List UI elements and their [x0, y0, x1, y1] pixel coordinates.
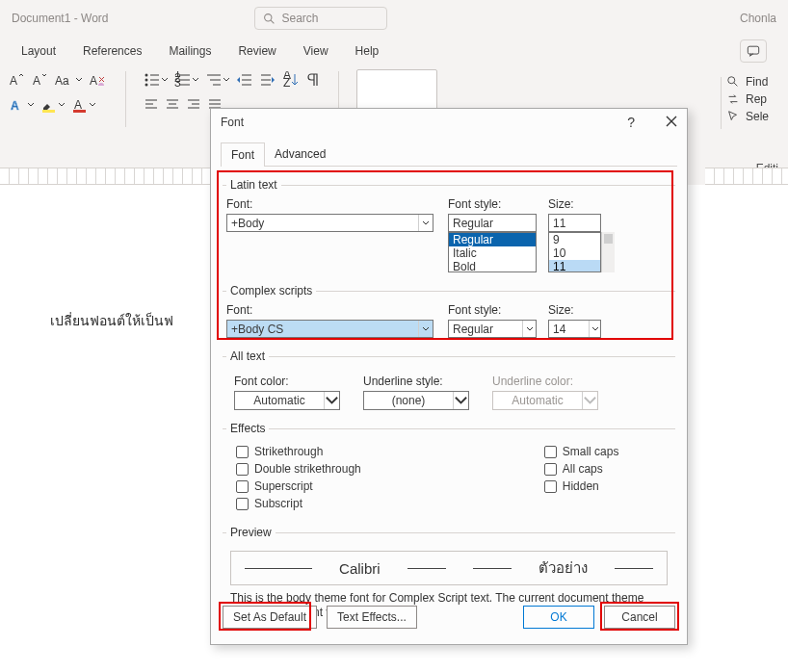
svg-line-47 [734, 83, 738, 87]
list-item[interactable]: 10 [549, 246, 600, 260]
comments-button[interactable] [740, 39, 767, 63]
fontcolor-combo[interactable]: Automatic [234, 391, 340, 410]
complex-font-input[interactable] [227, 321, 418, 337]
latin-style-listbox[interactable]: Regular Italic Bold [448, 232, 537, 272]
chevron-down-icon[interactable] [453, 392, 468, 409]
svg-text:Z: Z [283, 76, 290, 89]
list-item[interactable]: 11 [549, 260, 600, 272]
window-title: Document1 - Word [12, 12, 108, 25]
horizontal-ruler[interactable] [0, 168, 212, 185]
underline-style-combo[interactable]: (none) [363, 391, 469, 410]
horizontal-ruler-right[interactable] [705, 168, 788, 185]
set-as-default-button[interactable]: Set As Default [223, 606, 317, 629]
scrollbar[interactable] [601, 232, 615, 272]
change-case-icon[interactable]: Aa [54, 71, 83, 89]
list-item[interactable]: Regular [449, 233, 536, 246]
checkbox-double-strikethrough[interactable]: Double strikethrough [236, 462, 361, 476]
preview-line [407, 568, 446, 569]
latin-font-input[interactable] [227, 215, 418, 231]
grow-font-icon[interactable]: A [8, 71, 25, 89]
chevron-down-icon[interactable] [324, 392, 339, 409]
select-button[interactable]: Sele [726, 110, 784, 123]
latin-size-input[interactable] [549, 215, 600, 231]
complex-font-combo[interactable] [226, 320, 433, 338]
sort-icon[interactable]: AZ [282, 71, 300, 89]
highlight-icon[interactable] [40, 96, 66, 114]
replace-button[interactable]: Rep [726, 92, 784, 106]
chevron-down-icon[interactable] [418, 215, 433, 231]
tab-view[interactable]: View [303, 44, 328, 58]
find-button[interactable]: Find [726, 75, 784, 89]
numbering-icon[interactable]: 123 [174, 71, 199, 89]
svg-rect-10 [73, 110, 86, 113]
checkbox-strikethrough[interactable]: Strikethrough [236, 445, 361, 458]
align-left-icon[interactable] [144, 97, 159, 113]
svg-point-46 [728, 77, 735, 84]
font-group: A A Aa A A A [8, 69, 108, 116]
shrink-font-icon[interactable]: A [31, 71, 48, 89]
latin-legend: Latin text [226, 178, 281, 192]
bullets-icon[interactable] [144, 71, 169, 89]
latin-style-label: Font style: [448, 197, 538, 211]
increase-indent-icon[interactable] [259, 71, 276, 89]
clear-formatting-icon[interactable]: A [89, 71, 108, 89]
latin-size-input-wrap[interactable] [548, 214, 601, 232]
list-item[interactable]: Italic [449, 246, 536, 260]
text-effects-button[interactable]: Text Effects... [327, 606, 417, 629]
dialog-tabs: Font Advanced [221, 142, 677, 167]
user-name: Chonla [740, 12, 776, 25]
complex-font-label: Font: [226, 303, 438, 317]
help-icon[interactable]: ? [627, 115, 635, 130]
text-effects-icon[interactable]: A [8, 95, 35, 115]
complex-style-combo[interactable] [448, 320, 537, 338]
svg-text:3: 3 [174, 76, 181, 89]
search-box[interactable]: Search [254, 7, 386, 30]
complex-size-input[interactable] [549, 321, 589, 337]
all-text-group: All text Font color: Automatic Underline… [223, 349, 675, 414]
list-item[interactable]: 9 [549, 233, 600, 246]
svg-text:A: A [74, 98, 82, 112]
svg-text:A: A [11, 99, 19, 113]
checkbox-subscript[interactable]: Subscript [236, 497, 361, 510]
latin-font-combo[interactable] [226, 214, 433, 232]
show-marks-icon[interactable] [305, 71, 321, 89]
latin-text-group: Latin text Font: Font style: Regular [223, 178, 675, 276]
svg-point-13 [145, 79, 148, 82]
checkbox-small-caps[interactable]: Small caps [544, 445, 619, 458]
latin-style-input[interactable] [449, 215, 536, 231]
checkbox-all-caps[interactable]: All caps [544, 462, 619, 476]
align-right-icon[interactable] [186, 97, 201, 113]
checkbox-hidden[interactable]: Hidden [544, 479, 619, 493]
preview-line [615, 568, 653, 569]
tab-font[interactable]: Font [221, 142, 265, 167]
ok-button[interactable]: OK [523, 606, 594, 629]
editing-pane: Find Rep Sele [726, 71, 784, 127]
chevron-down-icon[interactable] [418, 321, 433, 337]
close-icon[interactable] [666, 116, 677, 130]
latin-size-listbox[interactable]: 9 10 11 [548, 232, 601, 272]
tab-review[interactable]: Review [238, 44, 276, 58]
complex-style-input[interactable] [449, 321, 522, 337]
tab-references[interactable]: References [83, 44, 142, 58]
dialog-button-row: Set As Default Text Effects... OK Cancel [211, 598, 687, 636]
dialog-body: Latin text Font: Font style: Regular [211, 167, 687, 641]
align-center-icon[interactable] [165, 97, 180, 113]
multilevel-list-icon[interactable] [205, 71, 230, 89]
cancel-button[interactable]: Cancel [604, 606, 675, 629]
tab-advanced[interactable]: Advanced [265, 142, 335, 166]
list-item[interactable]: Bold [449, 260, 536, 272]
tab-mailings[interactable]: Mailings [169, 44, 211, 58]
dialog-titlebar: Font ? [211, 109, 687, 136]
latin-style-input-wrap[interactable] [448, 214, 537, 232]
preview-thai: ตัวอย่าง [538, 556, 588, 580]
chevron-down-icon[interactable] [522, 321, 536, 337]
tab-layout[interactable]: Layout [21, 44, 56, 58]
checkbox-superscript[interactable]: Superscript [236, 479, 361, 493]
separator [125, 71, 126, 127]
svg-text:Aa: Aa [55, 74, 69, 88]
chevron-down-icon[interactable] [589, 321, 600, 337]
decrease-indent-icon[interactable] [236, 71, 253, 89]
complex-size-combo[interactable] [548, 320, 601, 338]
tab-help[interactable]: Help [355, 44, 380, 58]
font-color-icon[interactable]: A [71, 96, 96, 114]
